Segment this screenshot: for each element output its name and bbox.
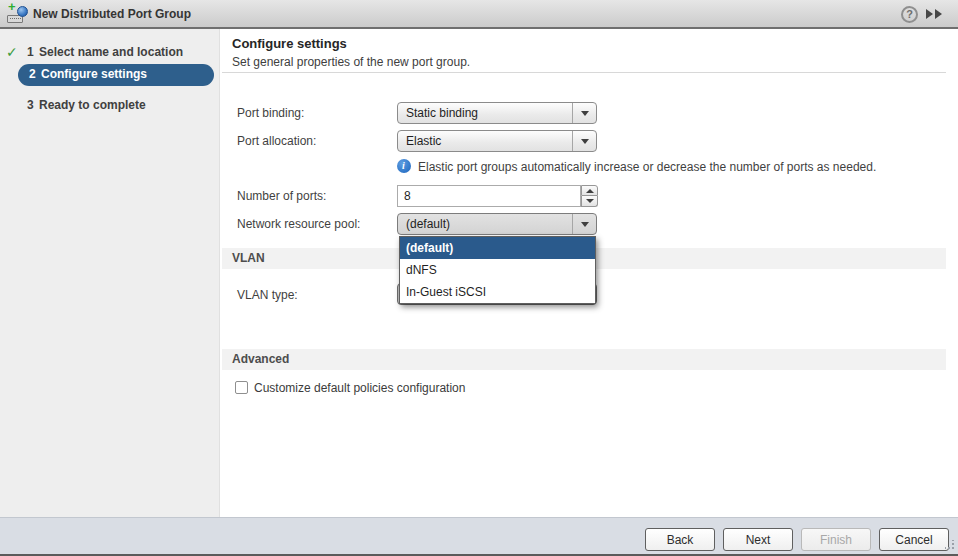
step-completed-check-icon: ✓ <box>6 44 18 60</box>
port-allocation-value: Elastic <box>406 134 568 148</box>
chevron-right-icon <box>926 9 933 19</box>
arrow-up-icon <box>586 189 594 193</box>
page-subtitle: Set general properties of the new port g… <box>232 55 470 69</box>
footer-bar: Back Next Finish Cancel <box>0 517 958 554</box>
port-group-icon: + <box>7 4 28 23</box>
step-label: Select name and location <box>39 45 183 59</box>
chevron-down-icon <box>581 111 589 116</box>
port-binding-value: Static binding <box>406 106 568 120</box>
port-allocation-dropdown[interactable]: Elastic <box>397 130 597 152</box>
step-label: Configure settings <box>41 67 147 81</box>
step-number: 3 <box>27 98 34 112</box>
decrement-button[interactable] <box>581 196 598 207</box>
page-title: Configure settings <box>232 36 347 51</box>
dialog-title: New Distributed Port Group <box>33 7 191 21</box>
minimize-to-work-in-progress-icon[interactable] <box>926 8 948 21</box>
increment-button[interactable] <box>581 185 598 196</box>
new-distributed-port-group-dialog: + New Distributed Port Group ? ✓ 1 Selec… <box>0 0 958 556</box>
vlan-type-label: VLAN type: <box>237 288 298 302</box>
step-number: 1 <box>27 45 34 59</box>
info-icon: i <box>397 159 411 173</box>
arrow-down-icon <box>586 199 594 203</box>
network-resource-pool-option-list: (default) dNFS In-Guest iSCSI <box>399 236 596 304</box>
port-allocation-label: Port allocation: <box>237 134 316 148</box>
cancel-button[interactable]: Cancel <box>879 528 949 551</box>
finish-button[interactable]: Finish <box>801 528 871 551</box>
chevron-right-icon <box>935 9 942 19</box>
globe-icon <box>17 6 28 17</box>
dropdown-arrow-button[interactable] <box>572 214 596 234</box>
advanced-section-header: Advanced <box>222 349 946 370</box>
sidebar-step-ready-to-complete[interactable]: 3 Ready to complete <box>0 95 220 117</box>
sidebar-step-configure-settings[interactable]: 2 Configure settings <box>18 64 214 86</box>
next-button[interactable]: Next <box>723 528 793 551</box>
network-resource-pool-dropdown[interactable]: (default) <box>397 213 597 235</box>
titlebar: + New Distributed Port Group ? <box>0 0 958 27</box>
chevron-down-icon <box>581 139 589 144</box>
number-of-ports-input[interactable] <box>397 185 581 207</box>
step-label: Ready to complete <box>39 98 146 112</box>
port-binding-label: Port binding: <box>237 106 304 120</box>
help-icon[interactable]: ? <box>901 6 918 23</box>
number-of-ports-label: Number of ports: <box>237 189 326 203</box>
dropdown-arrow-button[interactable] <box>572 131 596 151</box>
number-of-ports-stepper <box>581 185 598 207</box>
option-dnfs[interactable]: dNFS <box>400 259 595 281</box>
back-button[interactable]: Back <box>645 528 715 551</box>
chevron-down-icon <box>581 222 589 227</box>
option-default[interactable]: (default) <box>400 237 595 259</box>
network-resource-pool-label: Network resource pool: <box>237 217 360 231</box>
dropdown-arrow-button[interactable] <box>572 103 596 123</box>
resize-grip[interactable] <box>945 540 955 550</box>
header-divider <box>222 72 946 73</box>
customize-default-policies-label[interactable]: Customize default policies configuration <box>254 381 465 395</box>
sidebar-step-select-name-and-location[interactable]: ✓ 1 Select name and location <box>0 42 220 64</box>
network-resource-pool-value: (default) <box>406 217 568 231</box>
elastic-info-text: Elastic port groups automatically increa… <box>418 160 876 174</box>
add-plus-icon: + <box>8 0 16 14</box>
step-number: 2 <box>29 67 36 81</box>
port-binding-dropdown[interactable]: Static binding <box>397 102 597 124</box>
option-in-guest-iscsi[interactable]: In-Guest iSCSI <box>400 281 595 303</box>
customize-default-policies-checkbox[interactable] <box>235 381 248 394</box>
wizard-steps-sidebar: ✓ 1 Select name and location 2 Configure… <box>0 29 220 517</box>
